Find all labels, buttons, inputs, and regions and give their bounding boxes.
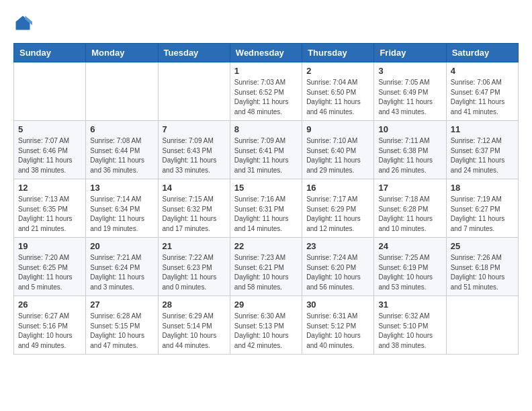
day-info: Sunrise: 7:20 AM Sunset: 6:25 PM Dayligh…: [18, 253, 81, 292]
day-number: 11: [451, 124, 514, 134]
day-info: Sunrise: 7:10 AM Sunset: 6:40 PM Dayligh…: [306, 136, 369, 175]
calendar-cell: 26Sunrise: 6:27 AM Sunset: 5:16 PM Dayli…: [14, 296, 86, 355]
calendar-cell: 30Sunrise: 6:31 AM Sunset: 5:12 PM Dayli…: [302, 296, 374, 355]
calendar-cell: 31Sunrise: 6:32 AM Sunset: 5:10 PM Dayli…: [374, 296, 446, 355]
day-info: Sunrise: 7:23 AM Sunset: 6:21 PM Dayligh…: [234, 253, 298, 292]
day-info: Sunrise: 7:22 AM Sunset: 6:23 PM Dayligh…: [163, 253, 226, 292]
day-info: Sunrise: 7:09 AM Sunset: 6:41 PM Dayligh…: [234, 136, 298, 175]
calendar-cell: 23Sunrise: 7:24 AM Sunset: 6:20 PM Dayli…: [302, 238, 374, 296]
calendar-cell: 27Sunrise: 6:28 AM Sunset: 5:15 PM Dayli…: [86, 296, 158, 355]
day-number: 20: [90, 241, 153, 251]
calendar-cell: 7Sunrise: 7:09 AM Sunset: 6:43 PM Daylig…: [158, 121, 230, 179]
day-info: Sunrise: 7:18 AM Sunset: 6:28 PM Dayligh…: [378, 195, 441, 234]
day-number: 29: [234, 300, 298, 310]
day-number: 2: [306, 66, 369, 76]
day-number: 8: [234, 124, 298, 134]
logo-icon: [13, 13, 32, 32]
calendar-cell: 24Sunrise: 7:25 AM Sunset: 6:19 PM Dayli…: [374, 238, 446, 296]
calendar-cell: 21Sunrise: 7:22 AM Sunset: 6:23 PM Dayli…: [158, 238, 230, 296]
calendar-cell: 25Sunrise: 7:26 AM Sunset: 6:18 PM Dayli…: [446, 238, 518, 296]
calendar-cell: 12Sunrise: 7:13 AM Sunset: 6:35 PM Dayli…: [14, 179, 86, 238]
day-header-tuesday: Tuesday: [158, 44, 230, 62]
day-info: Sunrise: 7:12 AM Sunset: 6:37 PM Dayligh…: [451, 136, 514, 175]
calendar-week-1: 1Sunrise: 7:03 AM Sunset: 6:52 PM Daylig…: [14, 62, 519, 121]
day-info: Sunrise: 7:15 AM Sunset: 6:32 PM Dayligh…: [163, 195, 226, 234]
day-header-friday: Friday: [374, 44, 446, 62]
calendar-cell: 9Sunrise: 7:10 AM Sunset: 6:40 PM Daylig…: [302, 121, 374, 179]
day-info: Sunrise: 6:32 AM Sunset: 5:10 PM Dayligh…: [378, 312, 441, 351]
day-info: Sunrise: 7:06 AM Sunset: 6:47 PM Dayligh…: [451, 78, 514, 117]
day-number: 7: [163, 124, 226, 134]
day-info: Sunrise: 7:21 AM Sunset: 6:24 PM Dayligh…: [90, 253, 153, 292]
calendar-cell: [86, 62, 158, 121]
day-info: Sunrise: 7:17 AM Sunset: 6:29 PM Dayligh…: [306, 195, 369, 234]
day-number: 13: [90, 183, 153, 193]
calendar-cell: 13Sunrise: 7:14 AM Sunset: 6:34 PM Dayli…: [86, 179, 158, 238]
calendar-cell: 1Sunrise: 7:03 AM Sunset: 6:52 PM Daylig…: [230, 62, 302, 121]
day-header-sunday: Sunday: [14, 44, 86, 62]
day-number: 12: [18, 183, 81, 193]
day-info: Sunrise: 7:16 AM Sunset: 6:31 PM Dayligh…: [234, 195, 298, 234]
day-number: 18: [451, 183, 514, 193]
day-header-wednesday: Wednesday: [230, 44, 302, 62]
day-number: 21: [163, 241, 226, 251]
calendar-cell: 20Sunrise: 7:21 AM Sunset: 6:24 PM Dayli…: [86, 238, 158, 296]
page-header: [13, 13, 519, 32]
day-number: 23: [306, 241, 369, 251]
day-number: 3: [378, 66, 441, 76]
day-info: Sunrise: 6:30 AM Sunset: 5:13 PM Dayligh…: [234, 312, 298, 351]
day-number: 16: [306, 183, 369, 193]
calendar-cell: 10Sunrise: 7:11 AM Sunset: 6:38 PM Dayli…: [374, 121, 446, 179]
day-number: 24: [378, 241, 441, 251]
day-info: Sunrise: 7:04 AM Sunset: 6:50 PM Dayligh…: [306, 78, 369, 117]
calendar-cell: 17Sunrise: 7:18 AM Sunset: 6:28 PM Dayli…: [374, 179, 446, 238]
day-number: 6: [90, 124, 153, 134]
calendar-table: SundayMondayTuesdayWednesdayThursdayFrid…: [13, 43, 519, 355]
day-info: Sunrise: 7:13 AM Sunset: 6:35 PM Dayligh…: [18, 195, 81, 234]
day-header-monday: Monday: [86, 44, 158, 62]
day-info: Sunrise: 7:26 AM Sunset: 6:18 PM Dayligh…: [451, 253, 514, 292]
calendar-cell: [158, 62, 230, 121]
calendar-week-3: 12Sunrise: 7:13 AM Sunset: 6:35 PM Dayli…: [14, 179, 519, 238]
day-number: 27: [90, 300, 153, 310]
calendar-cell: 29Sunrise: 6:30 AM Sunset: 5:13 PM Dayli…: [230, 296, 302, 355]
day-info: Sunrise: 7:09 AM Sunset: 6:43 PM Dayligh…: [163, 136, 226, 175]
day-info: Sunrise: 7:14 AM Sunset: 6:34 PM Dayligh…: [90, 195, 153, 234]
calendar-cell: 18Sunrise: 7:19 AM Sunset: 6:27 PM Dayli…: [446, 179, 518, 238]
calendar-cell: 8Sunrise: 7:09 AM Sunset: 6:41 PM Daylig…: [230, 121, 302, 179]
day-info: Sunrise: 6:29 AM Sunset: 5:14 PM Dayligh…: [163, 312, 226, 351]
day-info: Sunrise: 7:19 AM Sunset: 6:27 PM Dayligh…: [451, 195, 514, 234]
calendar-cell: 11Sunrise: 7:12 AM Sunset: 6:37 PM Dayli…: [446, 121, 518, 179]
day-info: Sunrise: 7:25 AM Sunset: 6:19 PM Dayligh…: [378, 253, 441, 292]
calendar-cell: 6Sunrise: 7:08 AM Sunset: 6:44 PM Daylig…: [86, 121, 158, 179]
calendar-week-2: 5Sunrise: 7:07 AM Sunset: 6:46 PM Daylig…: [14, 121, 519, 179]
day-number: 25: [451, 241, 514, 251]
calendar-header-row: SundayMondayTuesdayWednesdayThursdayFrid…: [14, 44, 519, 62]
logo: [13, 13, 35, 32]
svg-marker-0: [16, 16, 30, 30]
calendar-cell: 3Sunrise: 7:05 AM Sunset: 6:49 PM Daylig…: [374, 62, 446, 121]
day-number: 10: [378, 124, 441, 134]
calendar-cell: [14, 62, 86, 121]
day-number: 5: [18, 124, 81, 134]
calendar-cell: 19Sunrise: 7:20 AM Sunset: 6:25 PM Dayli…: [14, 238, 86, 296]
calendar-cell: 15Sunrise: 7:16 AM Sunset: 6:31 PM Dayli…: [230, 179, 302, 238]
day-number: 26: [18, 300, 81, 310]
day-info: Sunrise: 7:11 AM Sunset: 6:38 PM Dayligh…: [378, 136, 441, 175]
calendar-cell: 5Sunrise: 7:07 AM Sunset: 6:46 PM Daylig…: [14, 121, 86, 179]
day-info: Sunrise: 7:24 AM Sunset: 6:20 PM Dayligh…: [306, 253, 369, 292]
day-number: 22: [234, 241, 298, 251]
day-number: 14: [163, 183, 226, 193]
calendar-cell: 22Sunrise: 7:23 AM Sunset: 6:21 PM Dayli…: [230, 238, 302, 296]
day-info: Sunrise: 6:31 AM Sunset: 5:12 PM Dayligh…: [306, 312, 369, 351]
calendar-cell: 2Sunrise: 7:04 AM Sunset: 6:50 PM Daylig…: [302, 62, 374, 121]
calendar-cell: [446, 296, 518, 355]
calendar-week-5: 26Sunrise: 6:27 AM Sunset: 5:16 PM Dayli…: [14, 296, 519, 355]
day-info: Sunrise: 7:03 AM Sunset: 6:52 PM Dayligh…: [234, 78, 298, 117]
day-number: 9: [306, 124, 369, 134]
day-info: Sunrise: 7:07 AM Sunset: 6:46 PM Dayligh…: [18, 136, 81, 175]
calendar-body: 1Sunrise: 7:03 AM Sunset: 6:52 PM Daylig…: [14, 62, 519, 355]
day-info: Sunrise: 6:28 AM Sunset: 5:15 PM Dayligh…: [90, 312, 153, 351]
day-number: 15: [234, 183, 298, 193]
day-info: Sunrise: 7:08 AM Sunset: 6:44 PM Dayligh…: [90, 136, 153, 175]
